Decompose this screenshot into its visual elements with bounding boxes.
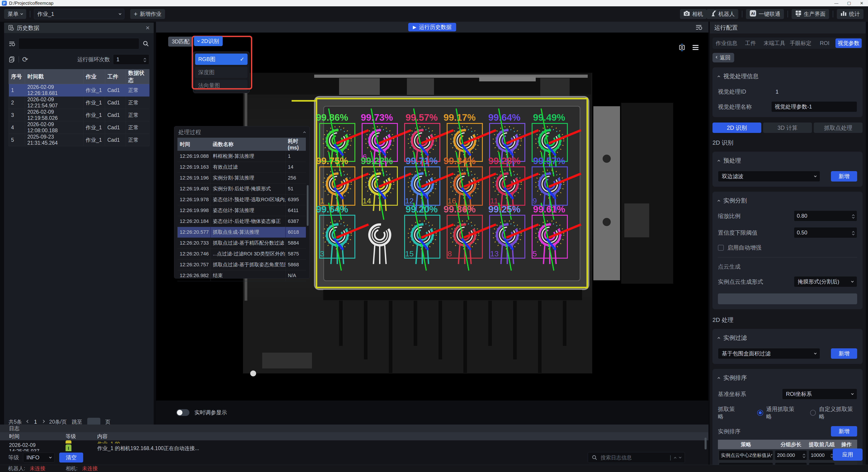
preprocess-add-button[interactable]: 新增 [831,171,857,182]
相机-button[interactable]: 相机 [680,9,707,19]
collapse-icon[interactable] [717,377,720,380]
table-cell: Cad1 [105,134,126,146]
spin-down-icon[interactable] [852,216,855,218]
current-page[interactable]: 1 [34,419,37,425]
group-stepper[interactable]: 10000 [809,450,835,460]
search-prev-icon[interactable] [674,457,676,459]
prev-page-icon[interactable] [26,419,30,423]
realtime-tuning-toggle[interactable] [176,409,189,416]
preprocess-select[interactable]: 双边滤波 [718,171,820,182]
job-select[interactable]: 作业_1 [34,9,124,19]
生产界面-button[interactable]: 生产界面 [792,9,829,19]
custom-strategy-label: 自定义抓取策略 [819,405,857,420]
step-stepper[interactable]: 200.000 [775,450,807,460]
process-cell: 结束 [211,270,285,281]
close-button[interactable]: × [855,0,868,6]
confidence-stepper[interactable]: 0.50 [794,227,857,238]
ref-frame-select[interactable]: ROI坐标系 [782,388,857,400]
collapse-icon[interactable] [717,200,720,202]
process-row[interactable]: 12:26:19.998姿态估计-算法推理6411 [178,205,306,216]
run-history-button[interactable]: ▶ 运行历史数据 [408,23,456,31]
机器人-button[interactable]: 机器人 [707,9,738,19]
stage-tab-3D 计算[interactable]: 3D 计算 [763,123,812,133]
tab-工件[interactable]: 工件 [740,38,761,48]
table-row[interactable]: 32026-02-09 12:19:58.026作业_1Cad1正常 [9,109,149,121]
close-history-icon[interactable]: × [146,24,150,32]
menu-lines-icon[interactable] [692,44,700,51]
empty-field[interactable] [718,293,857,304]
search-icon[interactable] [143,40,149,47]
tab-手眼标定[interactable]: 手眼标定 [787,38,814,48]
apply-button[interactable]: 应用 [833,448,863,461]
tab-末端工具[interactable]: 末端工具 [761,38,787,48]
tab-视觉参数[interactable]: 视觉参数 [835,38,862,48]
add-job-button[interactable]: + 新增作业 [130,9,165,19]
auto-enhance-checkbox[interactable] [718,245,724,251]
clear-log-button[interactable]: 清空 [59,452,83,463]
spin-down-icon[interactable] [803,455,805,458]
tab-ROI[interactable]: ROI [814,38,835,48]
search-next-icon[interactable] [679,456,681,458]
custom-strategy-radio[interactable] [810,410,816,416]
process-row[interactable]: 12:26:19.493实例分割-后处理-掩膜形式51 [178,183,306,194]
log-panel: 日志 时间 等级 内容 作业_1 的…2026-02-09 14:25:05,9… [0,424,708,465]
process-row[interactable]: 12:26:19.196实例分割-算法推理256 [178,172,306,183]
pc-mode-select[interactable]: 掩膜形式(分割后) [794,276,857,287]
refresh-icon[interactable]: ⟳ [22,57,28,62]
一键联通-button[interactable]: AI一键联通 [746,9,784,19]
vision-name-input[interactable] [771,101,857,112]
table-row[interactable]: 12026-02-09 12:26:18.681作业_1Cad1正常 [9,84,149,97]
log-search-box[interactable]: 搜索日志信息 | [588,452,685,463]
collapse-icon[interactable] [717,160,720,162]
stage-tab-2D 识别[interactable]: 2D 识别 [712,123,761,133]
spin-down-icon[interactable] [144,59,146,62]
collapse-icon[interactable] [717,75,720,78]
tab-作业信息[interactable]: 作业信息 [713,38,740,48]
table-row[interactable]: 52025-09-23 21:31:45.264作业_1Cad1正常 [9,134,149,146]
scale-stepper[interactable]: 0.80 [794,211,857,221]
process-row[interactable]: 12:26:26.982结束N/A [178,270,306,281]
image-viewport[interactable]: 99.86%99.73%699.57%99.17%99.64%99.49%99.… [156,33,708,401]
table-row[interactable]: 42026-02-09 12:08:00.188作业_1Cad1正常 [9,121,149,134]
spin-down-icon[interactable] [852,232,855,235]
select-check-icon[interactable] [8,56,16,63]
next-page-icon[interactable] [41,419,45,423]
minimize-button[interactable]: — [830,0,843,6]
stage-tab-抓取点处理[interactable]: 抓取点处理 [814,123,863,133]
back-button[interactable]: 返回 [712,53,734,62]
process-cell: 6411 [285,205,306,216]
scrollbar[interactable] [307,185,309,226]
tab-3d-match[interactable]: 3D匹配 [168,37,193,46]
process-row[interactable]: 12:26:20.577抓取点生成-算法推理6018 [178,227,306,238]
collapse-icon[interactable] [303,131,306,134]
process-cell: 51 [285,183,306,194]
filter-settings-icon[interactable] [695,24,703,31]
tab-2d-recognition[interactable]: 2D识别 [194,36,223,46]
maximize-button[interactable]: ▢ [843,0,855,6]
per-page-label[interactable]: 20条/页 [49,418,67,426]
collapse-icon[interactable] [717,337,720,340]
filter-settings-icon[interactable] [8,40,16,47]
menu-button[interactable]: 菜单 [4,9,26,19]
run-cycles-stepper[interactable]: 1 [113,54,149,65]
general-strategy-radio[interactable] [757,410,763,416]
confidence-label: 99.86% [316,112,348,123]
log-level-select[interactable]: INFO [23,452,55,463]
sort-add-button[interactable]: 新增 [831,426,857,437]
process-row[interactable]: 12:26:20.733抓取点过滤-基于精匹配分数过滤5884 [178,238,306,248]
process-row[interactable]: 12:26:20.746...点过滤-过滤ROI 3D类型区外的抓取点5875 [178,248,306,259]
scrollbar[interactable] [705,438,707,449]
process-row[interactable]: 12:26:20.757抓取点过滤-基于抓取姿态角度范围过滤5868 [178,259,306,270]
统计-button[interactable]: 统计 [837,9,864,19]
process-row[interactable]: 12:26:20.184姿态估计-后处理-物体姿态修正6387 [178,216,306,227]
strategy-select[interactable]: 实例点云中心Z坐标值从 [719,450,773,460]
split-view-icon[interactable] [678,43,686,52]
process-row[interactable]: 12:26:19.088料框检测-算法推理1 [178,151,306,162]
history-search-input[interactable] [19,38,139,49]
instance-filter-select[interactable]: 基于包围盒面积过滤 [718,348,820,359]
run-history-label: 运行历史数据 [419,24,452,31]
instance-filter-add-button[interactable]: 新增 [831,348,857,359]
process-row[interactable]: 12:26:19.978姿态估计-预处理-选取ROI区域内点云6395 [178,194,306,205]
process-row[interactable]: 12:26:19.163有效点过滤14 [178,162,306,172]
table-row[interactable]: 22026-02-09 12:21:54.907作业_1Cad1正常 [9,97,149,109]
